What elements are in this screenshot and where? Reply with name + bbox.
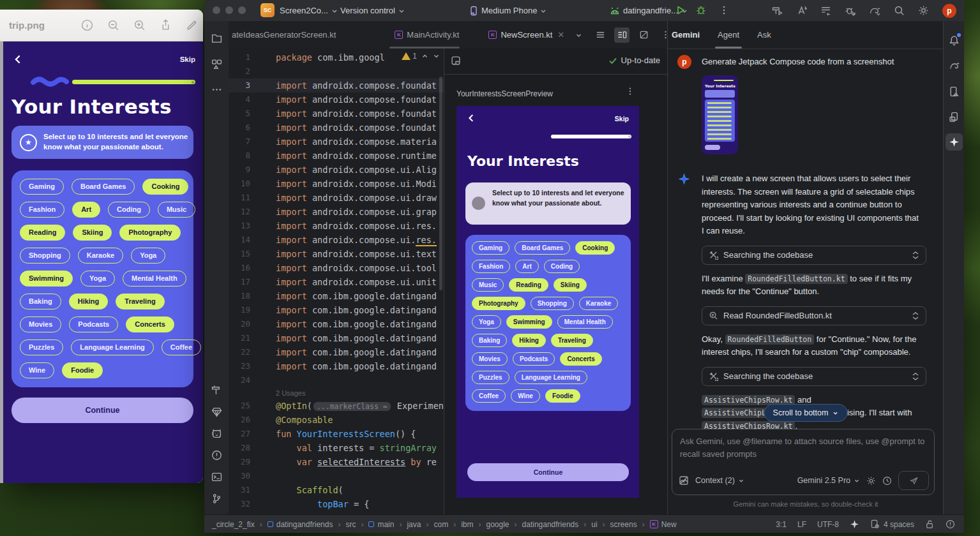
model-selector[interactable]: Gemini 2.5 Pro — [797, 476, 860, 485]
code-line[interactable]: 7import androidx.compose.materia — [229, 135, 444, 149]
code-view-icon[interactable] — [592, 27, 608, 43]
context-selector[interactable]: Context (2) — [695, 476, 744, 485]
code-line[interactable]: 15import androidx.compose.ui.text — [229, 247, 444, 261]
code-line[interactable]: 24 — [229, 373, 444, 387]
tool-step-searching-the-codebase[interactable]: Searching the codebase — [702, 367, 926, 386]
app-quality-insights-icon[interactable] — [204, 401, 229, 422]
project-tool-icon[interactable] — [204, 27, 229, 49]
settings-gear-icon[interactable] — [918, 5, 929, 16]
inspection-widget[interactable]: 1 — [402, 52, 440, 61]
code-line[interactable]: 2 — [229, 64, 444, 78]
code-editor[interactable]: 1package com.ibm.googl23import androidx.… — [229, 48, 444, 514]
line-separator[interactable]: LF — [797, 520, 806, 529]
device-selector[interactable]: Medium Phone — [469, 0, 547, 21]
code-line[interactable]: 32 topBar = { — [229, 497, 444, 511]
expand-collapse-icon[interactable] — [912, 251, 919, 260]
prompt-settings-gear-icon[interactable] — [866, 476, 876, 486]
code-line[interactable]: 21import com.ibm.google.datingand — [229, 331, 444, 345]
file-encoding[interactable]: UTF-8 — [817, 520, 839, 529]
design-view-icon[interactable] — [636, 27, 651, 43]
logcat-icon[interactable] — [204, 422, 229, 444]
code-line[interactable]: 16import androidx.compose.ui.tool — [229, 261, 444, 275]
run-button[interactable] — [675, 5, 686, 15]
gradle-sync-icon[interactable] — [869, 5, 880, 16]
tool-step-read-roundedfilledbutton-kt[interactable]: Read RoundedFilledButton.kt — [702, 306, 926, 325]
gemini-prompt-input[interactable]: Ask Gemini, use @filename to attach sour… — [672, 429, 935, 495]
build-tool-icon[interactable] — [204, 379, 229, 401]
breadcrumb-com[interactable]: com — [433, 520, 448, 529]
code-line[interactable]: 14import androidx.compose.ui.res. — [229, 233, 444, 247]
debug-button[interactable] — [696, 5, 706, 15]
breadcrumb-new[interactable]: KNew — [650, 520, 677, 529]
indent-config[interactable]: 4 spaces — [870, 519, 914, 529]
tab-newscreen[interactable]: K NewScreen.kt ✕ — [482, 21, 571, 48]
breadcrumb-ibm[interactable]: ibm — [461, 520, 473, 529]
profiler-icon[interactable] — [845, 5, 856, 16]
code-line[interactable]: 5import androidx.compose.foundat — [229, 107, 444, 121]
code-line[interactable]: 4import androidx.compose.foundat — [229, 93, 444, 107]
build-icon[interactable] — [772, 5, 783, 16]
code-line[interactable]: 11import androidx.compose.ui.draw — [229, 191, 444, 205]
breadcrumb-datingandfriends[interactable]: datingandfriends — [268, 520, 333, 529]
code-line[interactable]: 25@OptIn(...markerClass = Experiment — [229, 399, 444, 413]
expand-collapse-icon[interactable] — [912, 372, 919, 381]
send-button[interactable] — [898, 471, 929, 490]
usages-hint[interactable]: 2 Usages — [229, 387, 444, 399]
resource-manager-icon[interactable] — [204, 53, 229, 75]
history-clock-icon[interactable] — [882, 476, 892, 486]
code-line[interactable]: 3import androidx.compose.foundat — [229, 78, 444, 93]
info-icon[interactable] — [81, 19, 93, 31]
problems-indicator-icon[interactable] — [946, 519, 955, 529]
tab-mainactivity[interactable]: K MainActivity.kt — [388, 21, 465, 48]
expand-collapse-icon[interactable] — [912, 311, 919, 320]
breadcrumb-datingandfriends[interactable]: datingandfriends — [522, 520, 579, 529]
tabs-dropdown-chevron-icon[interactable] — [571, 27, 586, 43]
code-line[interactable]: 8import androidx.compose.runtime — [229, 149, 444, 163]
code-line[interactable]: 23import com.ibm.google.datingand — [229, 359, 444, 373]
problems-icon[interactable] — [204, 444, 229, 466]
breadcrumb-java[interactable]: java — [407, 520, 421, 529]
more-actions-icon[interactable] — [719, 5, 729, 15]
ai-sparkle-icon[interactable] — [850, 519, 859, 529]
breadcrumb-main[interactable]: main — [368, 520, 394, 529]
search-everywhere-icon[interactable] — [894, 5, 905, 16]
breadcrumb-src[interactable]: src — [345, 520, 356, 529]
code-line[interactable]: 26@Composable — [229, 413, 444, 427]
device-manager-icon[interactable] — [944, 104, 964, 130]
breadcrumb-ui[interactable]: ui — [591, 520, 597, 529]
code-line[interactable]: 28 val interests = stringArray — [229, 441, 444, 455]
user-avatar[interactable]: p — [942, 4, 956, 18]
breadcrumb--circle-2-fix[interactable]: _circle_2_fix — [212, 520, 255, 529]
code-line[interactable]: 22import com.ibm.google.datingand — [229, 345, 444, 359]
tab-dateideasgeneratorscreen[interactable]: ateIdeasGeneratorScreen.kt — [229, 21, 342, 48]
next-problem-icon[interactable] — [433, 54, 440, 59]
code-line[interactable]: 18import com.ibm.google.datingand — [229, 289, 444, 303]
gemini-tool-icon[interactable] — [946, 133, 963, 151]
code-line[interactable]: 20import com.ibm.google.datingand — [229, 317, 444, 331]
split-view-icon[interactable] — [614, 27, 629, 43]
code-line[interactable]: 31 Scaffold( — [229, 483, 444, 497]
attached-screenshot-thumbnail[interactable]: Your Interests — [702, 75, 738, 154]
code-line[interactable]: 30 — [229, 469, 444, 483]
preview-name[interactable]: YourInterestsScreenPreview — [456, 89, 553, 98]
preview-options-icon[interactable] — [626, 87, 635, 96]
markup-pencil-icon[interactable] — [186, 19, 198, 31]
breadcrumb-screens[interactable]: screens — [610, 520, 637, 529]
vcs-widget[interactable]: Version control — [340, 0, 405, 21]
code-line[interactable]: 19import com.ibm.google.datingand — [229, 303, 444, 317]
code-line[interactable]: 27fun YourInterestsScreen() { — [229, 427, 444, 441]
zoom-in-icon[interactable] — [133, 19, 146, 31]
code-line[interactable]: 17import androidx.compose.ui.unit — [229, 275, 444, 289]
ai-rename-icon[interactable] — [796, 5, 807, 16]
gradle-icon[interactable] — [944, 53, 964, 78]
caret-position[interactable]: 3:1 — [776, 520, 787, 529]
code-line[interactable]: 12import androidx.compose.ui.grap — [229, 205, 444, 219]
notifications-bell-icon[interactable] — [944, 27, 964, 53]
ui-check-icon[interactable] — [451, 56, 462, 66]
tab-agent[interactable]: Agent — [718, 21, 739, 48]
code-line[interactable]: 10import androidx.compose.ui.Modi — [229, 177, 444, 191]
tool-step-searching-the-codebase[interactable]: Searching the codebase — [702, 246, 926, 265]
readonly-lock-icon[interactable] — [925, 519, 935, 529]
local-history-icon[interactable] — [820, 5, 831, 16]
code-line[interactable]: 13import androidx.compose.ui.res. — [229, 219, 444, 233]
